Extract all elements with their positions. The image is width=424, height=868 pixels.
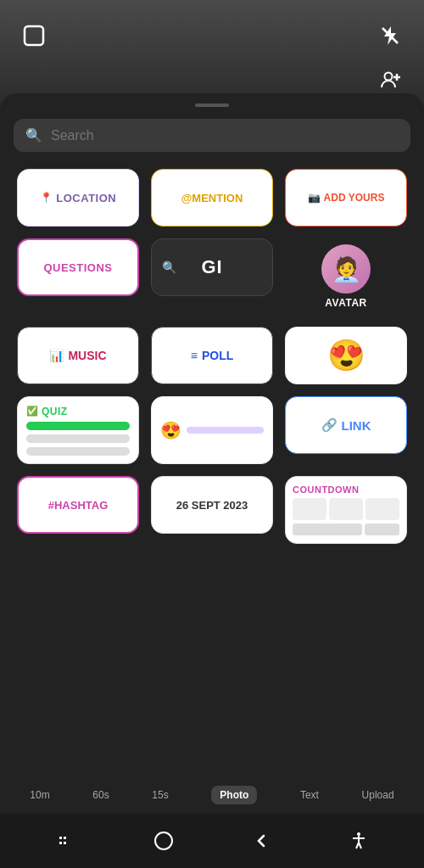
sticker-hashtag[interactable]: #HASHTAG bbox=[17, 476, 139, 534]
countdown-boxes-row1 bbox=[293, 498, 399, 520]
date-label: 26 SEPT 2023 bbox=[176, 499, 248, 512]
sticker-location[interactable]: 📍 LOCATION bbox=[17, 169, 139, 227]
nav-home-icon[interactable] bbox=[145, 822, 182, 860]
cam-ctrl-15s[interactable]: 15s bbox=[152, 789, 168, 801]
sticker-addyours[interactable]: 📷 ADD YOURS bbox=[285, 169, 407, 227]
music-label: 📊 MUSIC bbox=[49, 349, 106, 362]
poll-lines-icon: ≡ bbox=[191, 349, 198, 362]
search-bar[interactable]: 🔍 bbox=[14, 119, 410, 152]
svg-point-10 bbox=[155, 832, 172, 849]
quiz-bar-correct bbox=[26, 422, 130, 430]
svg-rect-6 bbox=[59, 837, 62, 839]
sticker-gif[interactable]: 🔍 GI bbox=[151, 238, 273, 296]
countdown-label: COUNTDOWN bbox=[293, 484, 359, 495]
cam-ctrl-photo[interactable]: Photo bbox=[211, 786, 257, 804]
quiz-bar-wrong2 bbox=[26, 447, 130, 456]
mention-label: @MENTION bbox=[181, 192, 243, 204]
link-icon: 🔗 bbox=[321, 417, 338, 433]
countdown-bar-wide bbox=[293, 524, 362, 535]
svg-line-15 bbox=[359, 843, 361, 848]
quiz-check-icon: ✅ bbox=[26, 406, 38, 417]
gif-label: GI bbox=[201, 256, 222, 278]
sticker-grid: 📍 LOCATION @MENTION 📷 ADD YOURS QUESTION… bbox=[14, 169, 410, 544]
svg-point-11 bbox=[357, 832, 360, 836]
location-label: 📍 LOCATION bbox=[40, 192, 116, 204]
quiz-label: QUIZ bbox=[42, 406, 68, 417]
cam-ctrl-60s[interactable]: 60s bbox=[92, 789, 109, 801]
countdown-box-2 bbox=[329, 498, 363, 520]
link-label: 🔗 LINK bbox=[321, 417, 371, 433]
emoji-reaction-label: 😍 bbox=[327, 338, 365, 373]
sticker-quiz[interactable]: ✅ QUIZ bbox=[17, 396, 139, 464]
nav-accessibility-icon[interactable] bbox=[340, 822, 377, 860]
svg-point-3 bbox=[385, 73, 393, 81]
sticker-emoji-slider[interactable]: 😍 bbox=[151, 396, 273, 464]
slider-emoji: 😍 bbox=[160, 420, 181, 440]
bottom-nav bbox=[0, 814, 424, 868]
gif-search-icon: 🔍 bbox=[162, 260, 176, 274]
music-bars-icon: 📊 bbox=[49, 349, 64, 362]
nav-menu-icon[interactable] bbox=[47, 822, 85, 860]
sticker-mention[interactable]: @MENTION bbox=[151, 169, 273, 227]
square-icon[interactable] bbox=[15, 17, 53, 54]
svg-rect-0 bbox=[25, 26, 43, 45]
sticker-questions[interactable]: QUESTIONS bbox=[17, 238, 139, 296]
flash-off-icon[interactable] bbox=[371, 17, 409, 54]
hashtag-label: #HASHTAG bbox=[48, 499, 109, 512]
slider-row: 😍 bbox=[160, 420, 264, 440]
camera-icon: 📷 bbox=[308, 192, 321, 204]
avatar-image: 🧑‍💼 bbox=[321, 244, 371, 294]
sticker-avatar[interactable]: 🧑‍💼 AVATAR bbox=[285, 238, 407, 315]
svg-rect-7 bbox=[59, 842, 62, 844]
top-right-icons bbox=[371, 17, 409, 98]
pin-icon: 📍 bbox=[40, 192, 53, 204]
countdown-boxes-row2 bbox=[293, 524, 399, 535]
sticker-countdown[interactable]: COUNTDOWN bbox=[285, 476, 407, 544]
sticker-panel: 🔍 📍 LOCATION @MENTION 📷 ADD YOURS QUESTI… bbox=[0, 93, 424, 868]
countdown-box-1 bbox=[293, 498, 326, 520]
sticker-poll[interactable]: ≡ POLL bbox=[151, 327, 273, 384]
countdown-bar-narrow bbox=[365, 524, 399, 535]
svg-rect-9 bbox=[64, 842, 66, 844]
cam-ctrl-text[interactable]: Text bbox=[300, 789, 319, 801]
avatar-label: AVATAR bbox=[325, 297, 366, 309]
quiz-bar-wrong1 bbox=[26, 434, 130, 443]
nav-back-icon[interactable] bbox=[243, 822, 280, 860]
search-icon: 🔍 bbox=[25, 127, 42, 143]
svg-rect-8 bbox=[64, 837, 66, 839]
countdown-box-3 bbox=[365, 498, 399, 520]
sticker-link[interactable]: 🔗 LINK bbox=[285, 396, 407, 454]
sticker-emoji-reaction[interactable]: 😍 bbox=[285, 327, 407, 384]
search-input[interactable] bbox=[51, 128, 399, 143]
sticker-music[interactable]: 📊 MUSIC bbox=[17, 327, 139, 384]
questions-label: QUESTIONS bbox=[43, 261, 112, 274]
addyours-label: 📷 ADD YOURS bbox=[308, 192, 385, 204]
sticker-date[interactable]: 26 SEPT 2023 bbox=[151, 476, 273, 534]
top-bar bbox=[0, 0, 424, 85]
slider-track bbox=[187, 427, 264, 434]
drag-handle[interactable] bbox=[195, 104, 229, 107]
poll-label: ≡ POLL bbox=[191, 349, 234, 362]
add-person-icon[interactable] bbox=[371, 61, 409, 98]
cam-ctrl-10m[interactable]: 10m bbox=[30, 789, 49, 801]
camera-controls-strip: 10m 60s 15s Photo Text Upload bbox=[0, 776, 424, 814]
cam-ctrl-upload[interactable]: Upload bbox=[362, 789, 394, 801]
